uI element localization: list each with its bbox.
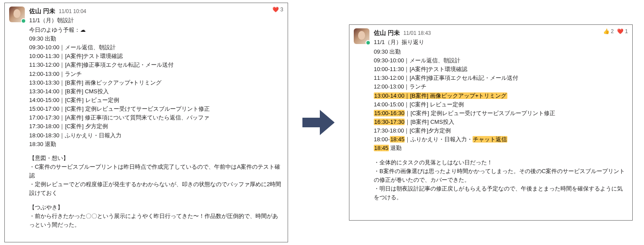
post-body: 09:30 出勤09:30-10:00｜メール返信、朝設計10:00-11:30… — [374, 48, 628, 202]
schedule-line: 18:00-18:30｜ふりかえり・日報入力 — [29, 131, 283, 140]
section-heading: 【意図・想い】 — [29, 154, 283, 163]
schedule-line: 15:00-16:30｜[C案件] 定例レビュー受けてサービスブループリント修正 — [374, 109, 628, 118]
schedule-line: 17:00-17:30｜[A案件] 修正事項について質問来ていたら返信、バッファ — [29, 113, 283, 122]
post-title: 11/1（月）振り返り — [374, 38, 431, 47]
reaction-emoji-icon: 👍 — [603, 27, 610, 36]
post-body: 今日のよゆう予報：☁ 09:30 出勤09:30-10:00｜メール返信、朝設計… — [29, 26, 283, 229]
schedule-line: 13:30-14:00｜[B案件] CMS投入 — [29, 87, 283, 96]
body-line: ・前から行きたかった〇〇という展示にようやく昨日行ってきた〜！作品数が圧倒的で、… — [29, 212, 283, 229]
post-title: 11/1（月）朝設計 — [29, 16, 86, 25]
schedule-line: 12:00-13:00｜ランチ — [374, 82, 628, 91]
arrow-right-icon — [301, 107, 336, 138]
schedule-line: 17:30-18:00｜[C案件] 夕方定例 — [29, 122, 283, 131]
schedule-line: 14:00-15:00｜[C案件] レビュー定例 — [374, 100, 628, 109]
schedule-line: 09:30 出勤 — [29, 34, 283, 43]
author-name[interactable]: 佐山 円未 — [374, 28, 400, 38]
post-timestamp: 11/01 18:43 — [403, 29, 431, 37]
reaction[interactable]: ❤️ 3 — [272, 6, 283, 14]
schedule-line: 13:00-14:00｜[B案件] 画像ピックアップ+トリミング — [374, 92, 628, 100]
schedule-line: 10:00-11:30｜[A案件]テスト環境確認 — [29, 52, 283, 61]
presence-indicator-icon — [366, 40, 371, 45]
schedule-line: 11:30-12:00｜[A案件]修正事項エクセル転記・メール送付 — [374, 74, 628, 82]
comparison-stage: ❤️ 3 佐山 円未 11/01 10:04 11/1（月）朝設計 今日のよゆう… — [0, 0, 644, 245]
reaction-count: 1 — [625, 27, 628, 36]
schedule-line: 09:30-10:00｜メール返信、朝設計 — [374, 56, 628, 65]
schedule-line: 15:00-17:00｜[C案件] 定例レビュー受けてサービスブループリント修正 — [29, 105, 283, 113]
chat-post-evening: 👍 2❤️ 1 佐山 円未 11/01 18:43 11/1（月）振り返り 09… — [349, 24, 633, 221]
post-timestamp: 11/01 10:04 — [59, 7, 86, 16]
schedule-line: 11:30-12:00｜[A案件]修正事項エクセル転記・メール送付 — [29, 61, 283, 69]
highlight: 18:45 — [374, 145, 389, 151]
author-name[interactable]: 佐山 円未 — [29, 7, 55, 16]
schedule-line: 09:30-10:00｜メール返信、朝設計 — [29, 43, 283, 52]
reaction[interactable]: 👍 2 — [603, 27, 614, 36]
reactions-bar: 👍 2❤️ 1 — [603, 27, 628, 36]
reactions-bar: ❤️ 3 — [272, 6, 283, 14]
reaction-emoji-icon: ❤️ — [272, 6, 279, 14]
body-line: ・B案件の画像選びは思ったより時間かかってしまった。その後のC案件のサービスブル… — [374, 167, 628, 184]
schedule-line: 10:00-11:30｜[A案件]テスト環境確認 — [374, 65, 628, 74]
avatar-wrap — [9, 7, 25, 22]
presence-indicator-icon — [21, 18, 26, 24]
avatar-wrap — [354, 28, 369, 44]
post-header: 佐山 円未 11/01 18:43 11/1（月）振り返り — [354, 28, 628, 47]
schedule-line: 09:30 出勤 — [374, 48, 628, 56]
schedule-line: 16:30-17:30｜[B案件] CMS投入 — [374, 118, 628, 126]
body-line: ・全体的にタスクの見落としはない日だった！ — [374, 158, 628, 167]
highlight: チャット返信 — [473, 136, 507, 143]
weather-line: 今日のよゆう予報：☁ — [29, 26, 283, 34]
body-line: ・定例レビューでどの程度修正が発生するかわからないが、叩きの状態なのでバッファ厚… — [29, 180, 283, 197]
schedule-line: 14:00-15:00｜[C案件] レビュー定例 — [29, 96, 283, 105]
highlight: 13:00-14:00｜[B案件] 画像ピックアップ+トリミング — [374, 92, 507, 99]
reaction-count: 3 — [280, 6, 283, 14]
arrow-separator — [299, 107, 339, 138]
chat-post-morning: ❤️ 3 佐山 円未 11/01 10:04 11/1（月）朝設計 今日のよゆう… — [4, 3, 288, 242]
body-line: ・明日は朝夜設計記事の修正戻しがもらえる予定なので、午後まとまった時間を確保する… — [374, 184, 628, 202]
reaction[interactable]: ❤️ 1 — [617, 27, 628, 36]
reaction-count: 2 — [611, 27, 614, 36]
schedule-line: 13:00-13:30｜[B案件] 画像ピックアップ+トリミング — [29, 78, 283, 87]
schedule-line: 17:30-18:00｜[C案件]夕方定例 — [374, 126, 628, 135]
schedule-line: 18:30 退勤 — [29, 140, 283, 149]
reaction-emoji-icon: ❤️ — [617, 27, 624, 36]
highlight: 16:30-17:30 — [374, 119, 405, 125]
schedule-line: 18:00-18:45｜ふりかえり・日報入力・チャット返信 — [374, 135, 628, 144]
highlight: 18:45 — [390, 136, 405, 143]
body-line: ・C案件のサービスブループリントは昨日時点で作成完了しているので、午前中はA案件… — [29, 163, 283, 180]
post-header: 佐山 円未 11/01 10:04 11/1（月）朝設計 — [9, 7, 283, 25]
schedule-line: 12:00-13:00｜ランチ — [29, 70, 283, 78]
section-heading: 【つぶやき】 — [29, 203, 283, 212]
schedule-line: 18:45 退勤 — [374, 144, 628, 153]
highlight: 15:00-16:30 — [374, 110, 405, 116]
